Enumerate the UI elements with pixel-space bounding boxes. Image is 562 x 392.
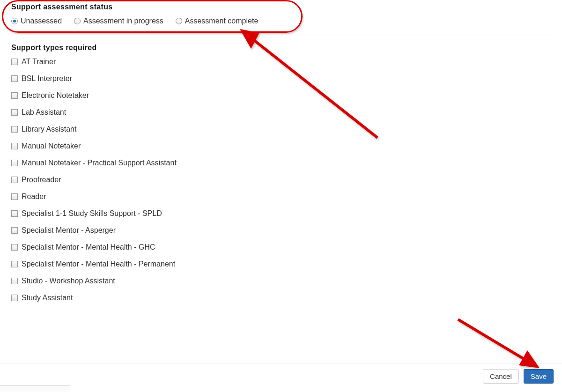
cutoff-element (0, 385, 70, 392)
checkbox-icon (11, 75, 18, 82)
form-footer: Cancel Save (0, 363, 562, 392)
radio-icon (74, 18, 81, 24)
support-type-13[interactable]: Studio - Workshop Assistant (11, 277, 551, 285)
support-type-8[interactable]: Reader (11, 192, 551, 201)
radio-icon (176, 18, 182, 24)
support-type-2[interactable]: Electronic Notetaker (11, 91, 551, 100)
checkbox-icon (11, 109, 18, 116)
checkbox-icon (11, 244, 18, 251)
checkbox-icon (11, 143, 18, 149)
support-types-section: Support types required AT TrainerBSL Int… (5, 41, 557, 311)
support-type-14[interactable]: Study Assistant (11, 294, 551, 302)
checkbox-label: Specialist Mentor - Mental Health - GHC (22, 243, 155, 251)
checkbox-icon (11, 295, 18, 301)
checkbox-label: AT Trainer (22, 58, 56, 66)
support-type-6[interactable]: Manual Notetaker - Practical Support Ass… (11, 159, 551, 167)
checkbox-icon (11, 261, 18, 267)
checkbox-label: Library Assistant (22, 125, 76, 133)
support-type-11[interactable]: Specialist Mentor - Mental Health - GHC (11, 243, 551, 251)
support-type-5[interactable]: Manual Notetaker (11, 142, 551, 150)
checkbox-icon (11, 227, 18, 234)
checkbox-icon (11, 126, 18, 133)
support-type-10[interactable]: Specialist Mentor - Asperger (11, 226, 551, 235)
checkbox-icon (11, 177, 18, 183)
checkbox-label: Studio - Workshop Assistant (22, 277, 115, 285)
checkbox-label: Manual Notetaker - Practical Support Ass… (22, 159, 177, 167)
status-radio-0[interactable]: Unassessed (11, 17, 62, 25)
checkbox-icon (11, 193, 18, 200)
status-radio-2[interactable]: Assessment complete (176, 17, 259, 25)
support-type-3[interactable]: Lab Assistant (11, 108, 551, 117)
checkbox-icon (11, 160, 18, 166)
save-button[interactable]: Save (524, 369, 554, 384)
checkbox-icon (11, 59, 18, 65)
radio-label: Assessment complete (185, 17, 259, 25)
status-heading: Support assessment status (11, 3, 551, 11)
checkbox-label: Proofreader (22, 176, 61, 184)
checkbox-label: Lab Assistant (22, 108, 66, 117)
radio-label: Assessment in progress (83, 17, 163, 25)
support-type-4[interactable]: Library Assistant (11, 125, 551, 133)
support-type-0[interactable]: AT Trainer (11, 58, 551, 66)
radio-icon (11, 18, 18, 24)
support-type-1[interactable]: BSL Interpreter (11, 74, 551, 83)
status-radio-1[interactable]: Assessment in progress (74, 17, 163, 25)
types-heading: Support types required (11, 44, 551, 52)
checkbox-icon (11, 210, 18, 217)
checkbox-label: Manual Notetaker (22, 142, 81, 150)
checkbox-label: Specialist Mentor - Asperger (22, 226, 116, 235)
checkbox-icon (11, 92, 18, 99)
checkbox-label: BSL Interpreter (22, 74, 72, 83)
checkbox-label: Electronic Notetaker (22, 91, 89, 100)
assessment-status-section: Support assessment status UnassessedAsse… (5, 0, 557, 35)
support-type-7[interactable]: Proofreader (11, 176, 551, 184)
support-types-list: AT TrainerBSL InterpreterElectronic Note… (11, 58, 551, 302)
checkbox-label: Specialist 1-1 Study Skills Support - SP… (22, 209, 162, 218)
checkbox-label: Study Assistant (22, 294, 73, 302)
support-type-12[interactable]: Specialist Mentor - Mental Health - Perm… (11, 260, 551, 268)
status-radio-group: UnassessedAssessment in progressAssessme… (11, 17, 551, 25)
support-type-9[interactable]: Specialist 1-1 Study Skills Support - SP… (11, 209, 551, 218)
svg-line-2 (458, 319, 528, 362)
cancel-button[interactable]: Cancel (483, 369, 519, 384)
checkbox-label: Specialist Mentor - Mental Health - Perm… (22, 260, 175, 268)
checkbox-icon (11, 278, 18, 284)
radio-label: Unassessed (21, 17, 62, 25)
checkbox-label: Reader (22, 192, 46, 201)
